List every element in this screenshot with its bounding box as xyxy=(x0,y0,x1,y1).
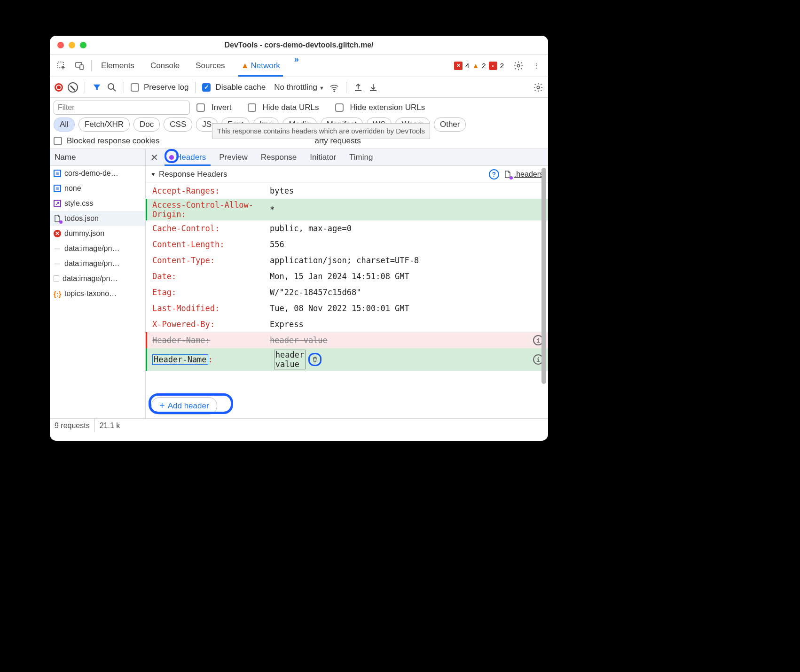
disable-cache-label[interactable]: Disable cache xyxy=(215,83,266,92)
hide-data-urls-label[interactable]: Hide data URLs xyxy=(263,103,319,112)
svg-rect-2 xyxy=(80,65,83,70)
request-list-pane: Name ≡cors-demo-de… ≡none ↗style.css tod… xyxy=(50,149,146,418)
header-row: Content-Length:556 xyxy=(146,236,548,252)
warning-icon: ▲ xyxy=(472,62,479,70)
transfer-size: 21.1 k xyxy=(95,419,125,432)
tab-network[interactable]: ▲ Network xyxy=(235,55,286,77)
network-conditions-icon[interactable] xyxy=(329,82,339,93)
throttling-select[interactable]: No throttling▼ xyxy=(274,83,324,92)
main-tabbar: Elements Console Sources ▲ Network » ✕ 4… xyxy=(50,55,548,77)
settings-icon[interactable] xyxy=(510,58,526,74)
divider xyxy=(85,82,85,93)
tab-preview[interactable]: Preview xyxy=(212,149,254,165)
data-uri-icon: — xyxy=(54,245,61,252)
hide-ext-urls-label[interactable]: Hide extension URLs xyxy=(350,103,425,112)
main-tabs: Elements Console Sources ▲ Network » xyxy=(95,55,303,77)
chip-css[interactable]: CSS xyxy=(164,117,192,132)
tab-initiator[interactable]: Initiator xyxy=(303,149,343,165)
header-name-input[interactable]: Header-Name xyxy=(152,354,208,365)
tab-sources[interactable]: Sources xyxy=(190,55,230,77)
tab-timing[interactable]: Timing xyxy=(343,149,379,165)
override-tooltip: This response contains headers which are… xyxy=(212,123,430,139)
preserve-log-label[interactable]: Preserve log xyxy=(144,83,188,92)
error-icon: ✕ xyxy=(54,230,61,237)
file-icon xyxy=(54,275,59,282)
chip-other[interactable]: Other xyxy=(434,117,466,132)
tab-elements[interactable]: Elements xyxy=(95,55,140,77)
data-uri-icon: — xyxy=(54,260,61,267)
tab-headers[interactable]: Headers xyxy=(163,149,212,165)
detail-tabs: ✕ Headers Preview Response Initiator Tim… xyxy=(146,149,548,166)
header-row-editable[interactable]: Header-Name: header value i xyxy=(146,348,548,371)
request-row-selected[interactable]: todos.json xyxy=(50,211,145,226)
request-row[interactable]: ≡cors-demo-de… xyxy=(50,166,145,181)
remove-header-button[interactable] xyxy=(308,353,322,366)
split-pane: Name ≡cors-demo-de… ≡none ↗style.css tod… xyxy=(50,148,548,418)
request-row[interactable]: ↗style.css xyxy=(50,196,145,211)
request-row[interactable]: ≡none xyxy=(50,181,145,196)
divider xyxy=(124,82,124,93)
file-override-icon xyxy=(504,171,511,178)
chip-all[interactable]: All xyxy=(54,117,75,132)
close-detail-button[interactable]: ✕ xyxy=(146,149,163,165)
warning-count[interactable]: 2 xyxy=(482,62,486,70)
blocked-cookies-checkbox[interactable] xyxy=(54,137,62,145)
export-har-icon[interactable] xyxy=(368,82,378,93)
stylesheet-icon: ↗ xyxy=(54,200,61,207)
request-row[interactable]: —data:image/pn… xyxy=(50,256,145,271)
header-row: Content-Type:application/json; charset=U… xyxy=(146,252,548,268)
request-row[interactable]: {:}topics-taxono… xyxy=(50,286,145,301)
search-icon[interactable] xyxy=(107,82,117,93)
request-row[interactable]: ✕dummy.json xyxy=(50,226,145,241)
request-list: ≡cors-demo-de… ≡none ↗style.css todos.js… xyxy=(50,166,145,418)
highlight-rect xyxy=(149,393,233,414)
tab-network-label: Network xyxy=(251,61,280,70)
preserve-log-checkbox[interactable] xyxy=(131,83,139,92)
toggle-device-icon[interactable] xyxy=(71,58,87,74)
filter-row: Invert Hide data URLs Hide extension URL… xyxy=(50,98,548,115)
request-count: 9 requests xyxy=(50,419,95,432)
blocked-cookies-label[interactable]: Blocked response cookies xyxy=(67,136,160,146)
footer-add: + Add header xyxy=(146,393,548,418)
record-button[interactable] xyxy=(55,83,63,92)
error-icon: ✕ xyxy=(454,62,463,70)
import-har-icon[interactable] xyxy=(353,82,363,93)
headers-file-link[interactable]: .headers xyxy=(514,170,543,179)
tab-console[interactable]: Console xyxy=(145,55,185,77)
document-icon: ≡ xyxy=(54,185,61,192)
status-bar: 9 requests 21.1 k xyxy=(50,418,548,432)
header-row: Etag:W/"22c-18457c15d68" xyxy=(146,284,548,300)
request-row[interactable]: data:image/pn… xyxy=(50,271,145,286)
invert-checkbox[interactable] xyxy=(196,103,205,112)
file-override-icon xyxy=(54,215,61,222)
filter-icon[interactable] xyxy=(92,82,102,93)
help-icon[interactable]: ? xyxy=(489,169,499,180)
request-row[interactable]: —data:image/pn… xyxy=(50,241,145,256)
hide-ext-urls-checkbox[interactable] xyxy=(335,103,344,112)
window-title: DevTools - cors-demo-devtools.glitch.me/ xyxy=(50,41,548,49)
chip-doc[interactable]: Doc xyxy=(133,117,160,132)
disclosure-triangle-icon[interactable]: ▼ xyxy=(150,171,156,178)
clear-button[interactable] xyxy=(68,82,78,93)
network-settings-icon[interactable] xyxy=(533,82,543,93)
name-column-header[interactable]: Name xyxy=(50,149,145,166)
svg-point-4 xyxy=(108,84,114,89)
response-headers-section[interactable]: ▼ Response Headers ? .headers xyxy=(146,166,548,183)
chip-fetch-xhr[interactable]: Fetch/XHR xyxy=(78,117,130,132)
more-menu-icon[interactable]: ⋮ xyxy=(528,58,544,74)
titlebar: DevTools - cors-demo-devtools.glitch.me/ xyxy=(50,36,548,55)
issue-count[interactable]: 2 xyxy=(500,62,504,70)
issue-icon: ▪ xyxy=(489,62,497,70)
devtools-window: DevTools - cors-demo-devtools.glitch.me/… xyxy=(50,36,548,441)
header-value-input[interactable]: header value xyxy=(274,350,306,369)
scrollbar[interactable] xyxy=(541,168,546,384)
tab-response[interactable]: Response xyxy=(254,149,304,165)
more-tabs-button[interactable]: » xyxy=(290,55,303,77)
highlight-circle xyxy=(165,149,179,163)
error-count[interactable]: 4 xyxy=(465,62,469,70)
disable-cache-checkbox[interactable]: ✓ xyxy=(202,83,211,92)
invert-label[interactable]: Invert xyxy=(212,103,232,112)
inspect-element-icon[interactable] xyxy=(54,58,70,74)
filter-input[interactable] xyxy=(54,101,190,115)
hide-data-urls-checkbox[interactable] xyxy=(248,103,256,112)
